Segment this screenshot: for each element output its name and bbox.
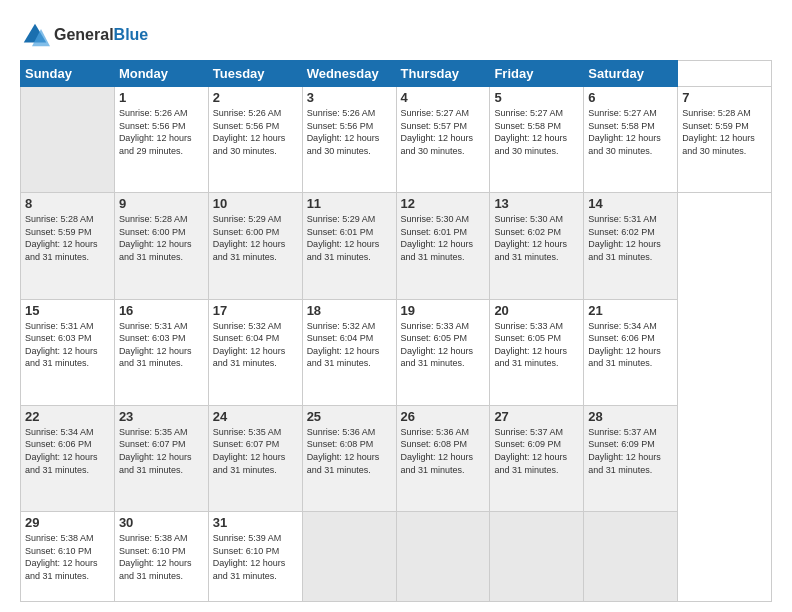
weekday-header-friday: Friday xyxy=(490,61,584,87)
table-row: 3Sunrise: 5:26 AMSunset: 5:56 PMDaylight… xyxy=(302,87,396,193)
day-info: Sunrise: 5:35 AMSunset: 6:07 PMDaylight:… xyxy=(119,426,204,476)
table-row: 29Sunrise: 5:38 AMSunset: 6:10 PMDayligh… xyxy=(21,512,115,602)
day-number: 31 xyxy=(213,515,298,530)
day-info: Sunrise: 5:26 AMSunset: 5:56 PMDaylight:… xyxy=(213,107,298,157)
table-row: 12Sunrise: 5:30 AMSunset: 6:01 PMDayligh… xyxy=(396,193,490,299)
table-row: 15Sunrise: 5:31 AMSunset: 6:03 PMDayligh… xyxy=(21,299,115,405)
day-info: Sunrise: 5:32 AMSunset: 6:04 PMDaylight:… xyxy=(213,320,298,370)
day-info: Sunrise: 5:31 AMSunset: 6:03 PMDaylight:… xyxy=(25,320,110,370)
day-number: 10 xyxy=(213,196,298,211)
table-row: 19Sunrise: 5:33 AMSunset: 6:05 PMDayligh… xyxy=(396,299,490,405)
logo-general: General xyxy=(54,26,114,43)
table-row: 4Sunrise: 5:27 AMSunset: 5:57 PMDaylight… xyxy=(396,87,490,193)
calendar-container: GeneralBlue SundayMondayTuesdayWednesday… xyxy=(0,0,792,612)
day-info: Sunrise: 5:29 AMSunset: 6:01 PMDaylight:… xyxy=(307,213,392,263)
table-row: 25Sunrise: 5:36 AMSunset: 6:08 PMDayligh… xyxy=(302,405,396,511)
day-number: 29 xyxy=(25,515,110,530)
day-number: 17 xyxy=(213,303,298,318)
day-number: 9 xyxy=(119,196,204,211)
day-info: Sunrise: 5:35 AMSunset: 6:07 PMDaylight:… xyxy=(213,426,298,476)
logo-blue-text: Blue xyxy=(114,26,149,43)
table-row: 5Sunrise: 5:27 AMSunset: 5:58 PMDaylight… xyxy=(490,87,584,193)
day-number: 1 xyxy=(119,90,204,105)
table-row xyxy=(21,87,115,193)
day-info: Sunrise: 5:37 AMSunset: 6:09 PMDaylight:… xyxy=(588,426,673,476)
logo-icon xyxy=(20,20,50,50)
day-number: 25 xyxy=(307,409,392,424)
day-info: Sunrise: 5:28 AMSunset: 6:00 PMDaylight:… xyxy=(119,213,204,263)
table-row: 2Sunrise: 5:26 AMSunset: 5:56 PMDaylight… xyxy=(208,87,302,193)
day-number: 20 xyxy=(494,303,579,318)
day-info: Sunrise: 5:37 AMSunset: 6:09 PMDaylight:… xyxy=(494,426,579,476)
table-row: 18Sunrise: 5:32 AMSunset: 6:04 PMDayligh… xyxy=(302,299,396,405)
table-row: 22Sunrise: 5:34 AMSunset: 6:06 PMDayligh… xyxy=(21,405,115,511)
weekday-header-thursday: Thursday xyxy=(396,61,490,87)
day-number: 24 xyxy=(213,409,298,424)
day-info: Sunrise: 5:29 AMSunset: 6:00 PMDaylight:… xyxy=(213,213,298,263)
day-number: 22 xyxy=(25,409,110,424)
table-row: 23Sunrise: 5:35 AMSunset: 6:07 PMDayligh… xyxy=(114,405,208,511)
day-info: Sunrise: 5:38 AMSunset: 6:10 PMDaylight:… xyxy=(119,532,204,582)
table-row: 24Sunrise: 5:35 AMSunset: 6:07 PMDayligh… xyxy=(208,405,302,511)
day-number: 8 xyxy=(25,196,110,211)
table-row: 21Sunrise: 5:34 AMSunset: 6:06 PMDayligh… xyxy=(584,299,678,405)
day-number: 30 xyxy=(119,515,204,530)
table-row: 6Sunrise: 5:27 AMSunset: 5:58 PMDaylight… xyxy=(584,87,678,193)
day-number: 12 xyxy=(401,196,486,211)
day-info: Sunrise: 5:26 AMSunset: 5:56 PMDaylight:… xyxy=(119,107,204,157)
table-row: 30Sunrise: 5:38 AMSunset: 6:10 PMDayligh… xyxy=(114,512,208,602)
day-number: 11 xyxy=(307,196,392,211)
table-row xyxy=(396,512,490,602)
table-row: 14Sunrise: 5:31 AMSunset: 6:02 PMDayligh… xyxy=(584,193,678,299)
weekday-header-monday: Monday xyxy=(114,61,208,87)
calendar-table: SundayMondayTuesdayWednesdayThursdayFrid… xyxy=(20,60,772,602)
day-number: 2 xyxy=(213,90,298,105)
day-info: Sunrise: 5:33 AMSunset: 6:05 PMDaylight:… xyxy=(494,320,579,370)
day-info: Sunrise: 5:28 AMSunset: 5:59 PMDaylight:… xyxy=(682,107,767,157)
table-row: 9Sunrise: 5:28 AMSunset: 6:00 PMDaylight… xyxy=(114,193,208,299)
day-info: Sunrise: 5:31 AMSunset: 6:03 PMDaylight:… xyxy=(119,320,204,370)
day-info: Sunrise: 5:30 AMSunset: 6:01 PMDaylight:… xyxy=(401,213,486,263)
day-number: 6 xyxy=(588,90,673,105)
day-number: 23 xyxy=(119,409,204,424)
day-number: 19 xyxy=(401,303,486,318)
day-info: Sunrise: 5:26 AMSunset: 5:56 PMDaylight:… xyxy=(307,107,392,157)
day-number: 13 xyxy=(494,196,579,211)
day-info: Sunrise: 5:27 AMSunset: 5:58 PMDaylight:… xyxy=(588,107,673,157)
table-row: 8Sunrise: 5:28 AMSunset: 5:59 PMDaylight… xyxy=(21,193,115,299)
day-number: 18 xyxy=(307,303,392,318)
day-info: Sunrise: 5:36 AMSunset: 6:08 PMDaylight:… xyxy=(307,426,392,476)
day-info: Sunrise: 5:27 AMSunset: 5:57 PMDaylight:… xyxy=(401,107,486,157)
table-row: 10Sunrise: 5:29 AMSunset: 6:00 PMDayligh… xyxy=(208,193,302,299)
table-row: 7Sunrise: 5:28 AMSunset: 5:59 PMDaylight… xyxy=(678,87,772,193)
day-number: 5 xyxy=(494,90,579,105)
day-info: Sunrise: 5:31 AMSunset: 6:02 PMDaylight:… xyxy=(588,213,673,263)
day-number: 7 xyxy=(682,90,767,105)
table-row: 27Sunrise: 5:37 AMSunset: 6:09 PMDayligh… xyxy=(490,405,584,511)
table-row: 16Sunrise: 5:31 AMSunset: 6:03 PMDayligh… xyxy=(114,299,208,405)
table-row xyxy=(490,512,584,602)
day-number: 21 xyxy=(588,303,673,318)
day-info: Sunrise: 5:34 AMSunset: 6:06 PMDaylight:… xyxy=(588,320,673,370)
day-number: 16 xyxy=(119,303,204,318)
day-info: Sunrise: 5:30 AMSunset: 6:02 PMDaylight:… xyxy=(494,213,579,263)
table-row: 11Sunrise: 5:29 AMSunset: 6:01 PMDayligh… xyxy=(302,193,396,299)
weekday-header-wednesday: Wednesday xyxy=(302,61,396,87)
day-info: Sunrise: 5:36 AMSunset: 6:08 PMDaylight:… xyxy=(401,426,486,476)
day-info: Sunrise: 5:28 AMSunset: 5:59 PMDaylight:… xyxy=(25,213,110,263)
weekday-header-sunday: Sunday xyxy=(21,61,115,87)
day-info: Sunrise: 5:38 AMSunset: 6:10 PMDaylight:… xyxy=(25,532,110,582)
day-info: Sunrise: 5:32 AMSunset: 6:04 PMDaylight:… xyxy=(307,320,392,370)
day-number: 14 xyxy=(588,196,673,211)
day-info: Sunrise: 5:34 AMSunset: 6:06 PMDaylight:… xyxy=(25,426,110,476)
day-number: 26 xyxy=(401,409,486,424)
weekday-header-saturday: Saturday xyxy=(584,61,678,87)
day-info: Sunrise: 5:27 AMSunset: 5:58 PMDaylight:… xyxy=(494,107,579,157)
table-row: 31Sunrise: 5:39 AMSunset: 6:10 PMDayligh… xyxy=(208,512,302,602)
header: GeneralBlue xyxy=(20,20,772,50)
weekday-header-tuesday: Tuesday xyxy=(208,61,302,87)
day-number: 4 xyxy=(401,90,486,105)
day-number: 15 xyxy=(25,303,110,318)
table-row: 20Sunrise: 5:33 AMSunset: 6:05 PMDayligh… xyxy=(490,299,584,405)
day-number: 28 xyxy=(588,409,673,424)
